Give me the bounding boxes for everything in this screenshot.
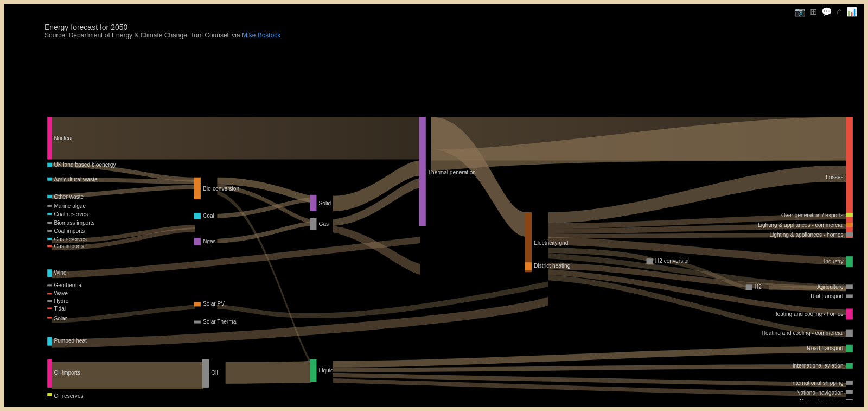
label-nuclear: Nuclear bbox=[54, 135, 73, 141]
label-losses: Losses bbox=[826, 174, 843, 180]
node-pumped-heat[interactable] bbox=[47, 337, 52, 346]
node-ngas[interactable] bbox=[194, 238, 201, 245]
node-geothermal[interactable] bbox=[47, 284, 52, 286]
label-wave: Wave bbox=[54, 290, 68, 296]
sankey-svg: Nuclear UK land based bioenergy Agricult… bbox=[41, 52, 857, 400]
node-gas-reserves[interactable] bbox=[47, 238, 52, 240]
chart-title: Energy forecast for 2050 bbox=[44, 23, 280, 31]
node-nuclear[interactable] bbox=[47, 117, 52, 159]
node-oil-imports[interactable] bbox=[47, 359, 52, 388]
label-hydro: Hydro bbox=[54, 299, 68, 305]
node-gas[interactable] bbox=[310, 218, 316, 230]
node-tidal[interactable] bbox=[47, 307, 52, 309]
label-heating-homes: Heating and cooling - homes bbox=[773, 311, 843, 317]
label-domestic-aviation: Domestic aviation bbox=[800, 398, 843, 400]
chart-source: Source: Department of Energy & Climate C… bbox=[44, 31, 280, 39]
node-intl-aviation[interactable] bbox=[846, 363, 853, 369]
label-liquid: Liquid bbox=[319, 368, 334, 374]
label-solar-thermal: Solar Thermal bbox=[203, 319, 238, 325]
label-lighting-commercial: Lighting & appliances - commercial bbox=[758, 222, 844, 228]
label-pumped-heat: Pumped heat bbox=[54, 338, 87, 344]
node-solar[interactable] bbox=[47, 317, 52, 319]
label-h2-conversion: H2 conversion bbox=[655, 258, 691, 264]
label-tidal: Tidal bbox=[54, 306, 66, 312]
label-gas-imports: Gas imports bbox=[54, 243, 84, 249]
node-other-waste[interactable] bbox=[47, 195, 52, 198]
grid-icon[interactable]: ⊞ bbox=[810, 7, 817, 17]
label-district-heating: District heating bbox=[534, 263, 570, 269]
node-agricultural-waste[interactable] bbox=[47, 178, 52, 181]
label-bio-conversion: Bio-conversion bbox=[203, 186, 239, 192]
label-agriculture: Agriculture bbox=[817, 284, 844, 290]
node-heating-commercial[interactable] bbox=[846, 330, 853, 337]
label-solar-pv: Solar PV bbox=[203, 301, 225, 307]
chart-icon[interactable]: 📊 bbox=[846, 7, 857, 17]
label-gas-reserves: Gas reserves bbox=[54, 236, 86, 242]
label-lighting-homes: Lighting & appliances - homes bbox=[769, 232, 843, 238]
node-biomass-imports[interactable] bbox=[47, 222, 52, 224]
label-electricity-grid: Electricity grid bbox=[534, 240, 568, 246]
node-agriculture[interactable] bbox=[846, 284, 853, 289]
node-national-nav[interactable] bbox=[846, 390, 853, 394]
node-wind[interactable] bbox=[47, 269, 52, 277]
title-area: Energy forecast for 2050 Source: Departm… bbox=[44, 23, 280, 39]
node-thermal-gen[interactable] bbox=[419, 117, 426, 226]
node-oil-reserves[interactable] bbox=[47, 393, 52, 396]
node-hydro[interactable] bbox=[47, 300, 52, 302]
label-solar: Solar bbox=[54, 315, 67, 321]
node-road-transport[interactable] bbox=[846, 345, 853, 352]
node-solid[interactable] bbox=[310, 195, 316, 211]
node-coal-imports[interactable] bbox=[47, 230, 52, 232]
node-gas-imports[interactable] bbox=[47, 245, 52, 247]
node-domestic-aviation[interactable] bbox=[846, 399, 853, 400]
home-icon[interactable]: ⌂ bbox=[837, 7, 842, 17]
node-oil-mid[interactable] bbox=[202, 359, 209, 388]
label-solid: Solid bbox=[319, 200, 331, 206]
node-h2-conversion[interactable] bbox=[647, 258, 653, 264]
node-heating-homes[interactable] bbox=[846, 308, 853, 319]
label-national-nav: National navigation bbox=[796, 390, 843, 396]
node-lighting-commercial[interactable] bbox=[846, 223, 853, 227]
node-lighting-homes[interactable] bbox=[846, 232, 853, 237]
label-uk-bioenergy: UK land based bioenergy bbox=[54, 162, 116, 168]
toolbar: 📷 ⊞ 💬 ⌂ 📊 bbox=[795, 7, 857, 17]
label-coal-imports: Coal imports bbox=[54, 228, 85, 234]
node-district-heating[interactable] bbox=[525, 262, 532, 270]
label-oil-mid: Oil bbox=[211, 370, 218, 376]
sankey-diagram: Nuclear UK land based bioenergy Agricult… bbox=[41, 52, 857, 400]
node-h2[interactable] bbox=[746, 284, 752, 290]
node-coal-reserves[interactable] bbox=[47, 213, 52, 215]
label-coal-mid: Coal bbox=[203, 213, 214, 219]
label-ngas: Ngas bbox=[203, 238, 216, 244]
label-marine-algae: Marine algae bbox=[54, 203, 86, 209]
label-heating-commercial: Heating and cooling - commercial bbox=[762, 330, 844, 336]
source-link[interactable]: Mike Bostock bbox=[242, 31, 280, 39]
label-biomass-imports: Biomass imports bbox=[54, 220, 94, 226]
node-uk-bioenergy[interactable] bbox=[47, 163, 52, 167]
node-liquid[interactable] bbox=[310, 359, 316, 382]
camera-icon[interactable]: 📷 bbox=[795, 7, 806, 17]
node-over-gen[interactable] bbox=[846, 213, 853, 217]
label-gas: Gas bbox=[319, 221, 329, 227]
label-thermal-gen: Thermal generation bbox=[428, 169, 476, 175]
node-solar-pv[interactable] bbox=[194, 302, 201, 306]
label-agricultural-waste: Agricultural waste bbox=[54, 176, 98, 182]
label-intl-shipping: International shipping bbox=[791, 380, 844, 386]
chat-icon[interactable]: 💬 bbox=[821, 7, 832, 17]
label-oil-imports: Oil imports bbox=[54, 370, 80, 376]
label-industry: Industry bbox=[824, 258, 844, 264]
label-h2: H2 bbox=[755, 284, 762, 290]
node-intl-shipping[interactable] bbox=[846, 381, 853, 385]
node-industry[interactable] bbox=[846, 256, 853, 267]
label-rail-transport: Rail transport bbox=[810, 293, 844, 299]
node-wave[interactable] bbox=[47, 293, 52, 294]
node-bio-conversion[interactable] bbox=[194, 178, 201, 199]
label-over-gen: Over generation / exports bbox=[781, 212, 844, 218]
node-marine-algae[interactable] bbox=[47, 205, 52, 207]
node-solar-thermal[interactable] bbox=[194, 321, 201, 324]
label-geothermal: Geothermal bbox=[54, 282, 82, 288]
node-losses[interactable] bbox=[846, 117, 853, 238]
label-intl-aviation: International aviation bbox=[793, 363, 844, 369]
node-rail-transport[interactable] bbox=[846, 294, 853, 298]
node-coal-mid[interactable] bbox=[194, 213, 201, 219]
